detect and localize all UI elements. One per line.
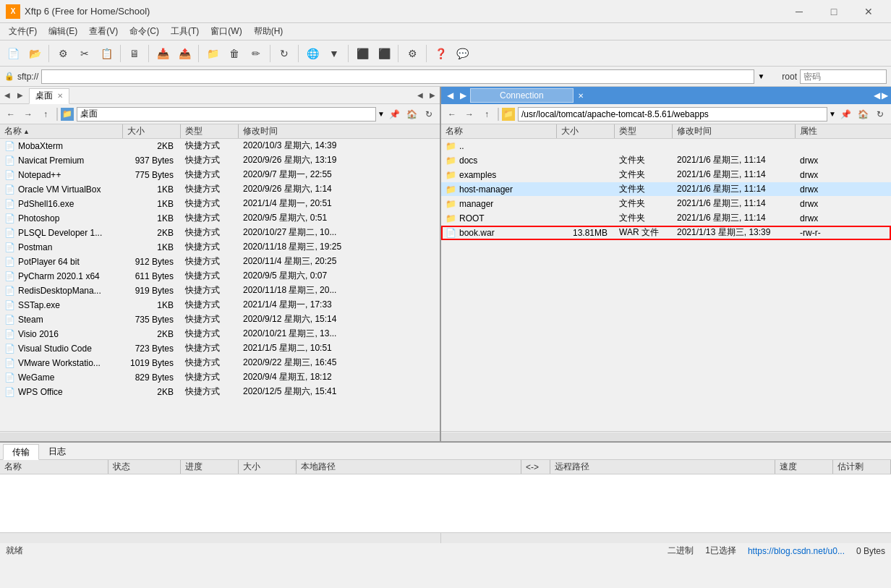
right-nav-next[interactable]: ▶ — [457, 90, 469, 101]
maximize-button[interactable]: □ — [817, 1, 850, 22]
toolbar-settings[interactable]: ⚙ — [402, 43, 422, 64]
right-file-list[interactable]: 📁.. 📁docs 文件夹 2021/1/6 星期三, 11:14 drwx 📁… — [441, 139, 891, 431]
list-item[interactable]: 📄VMware Workstatio... 1019 Bytes 快捷方式 20… — [0, 356, 440, 370]
right-hscroll-track[interactable] — [441, 433, 891, 441]
toolbar-refresh[interactable]: ↻ — [274, 43, 294, 64]
left-home[interactable]: 🏠 — [404, 106, 419, 122]
minimize-button[interactable]: ─ — [783, 1, 816, 22]
book-war-item[interactable]: 📄book.war 13.81MB WAR 文件 2021/1/13 星期三, … — [441, 226, 891, 240]
toolbar-btn7[interactable]: 📤 — [174, 43, 195, 64]
list-item[interactable]: 📁manager 文件夹 2021/1/6 星期三, 11:14 drwx — [441, 197, 891, 211]
right-scroll-left[interactable]: ◀ — [874, 90, 880, 101]
tab-log[interactable]: 日志 — [39, 443, 75, 459]
menu-help[interactable]: 帮助(H) — [248, 24, 289, 39]
list-item[interactable]: 📄Navicat Premium 937 Bytes 快捷方式 2020/9/2… — [0, 153, 440, 168]
list-item[interactable]: 📁ROOT 文件夹 2021/1/6 星期三, 11:14 drwx — [441, 211, 891, 226]
left-panel-tab[interactable]: 桌面 ✕ — [29, 88, 69, 104]
list-item[interactable]: 📄WPS Office 2KB 快捷方式 2020/12/5 星期六, 15:4… — [0, 385, 440, 399]
left-forward[interactable]: → — [20, 106, 36, 122]
list-item[interactable]: 📄PLSQL Developer 1... 2KB 快捷方式 2020/10/2… — [0, 226, 440, 240]
list-item[interactable]: 📁host-manager 文件夹 2021/1/6 星期三, 11:14 dr… — [441, 182, 891, 197]
right-back[interactable]: ← — [444, 106, 460, 122]
toolbar-btn8[interactable]: 📁 — [202, 43, 223, 64]
left-nav-left[interactable]: ◀ — [1, 90, 13, 101]
left-up[interactable]: ↑ — [38, 106, 54, 122]
list-item[interactable]: 📄WeGame 829 Bytes 快捷方式 2020/9/4 星期五, 18:… — [0, 370, 440, 385]
list-item[interactable]: 📄Steam 735 Bytes 快捷方式 2020/9/12 星期六, 15:… — [0, 312, 440, 327]
tab-transfer[interactable]: 传输 — [3, 444, 39, 460]
toolbar-connect[interactable]: ⬛ — [374, 43, 394, 64]
menu-edit[interactable]: 编辑(E) — [43, 24, 83, 39]
right-col-attr[interactable]: 属性 — [796, 124, 891, 138]
list-item[interactable]: 📄PotPlayer 64 bit 912 Bytes 快捷方式 2020/11… — [0, 255, 440, 269]
list-item[interactable]: 📄Notepad++ 775 Bytes 快捷方式 2020/9/7 星期一, … — [0, 168, 440, 182]
right-col-date[interactable]: 修改时间 — [673, 124, 796, 138]
left-hscroll[interactable] — [0, 431, 440, 441]
left-scroll-left[interactable]: ◀ — [414, 90, 426, 101]
list-item[interactable]: 📄Postman 1KB 快捷方式 2020/11/18 星期三, 19:25 — [0, 240, 440, 255]
toolbar-new[interactable]: 📄 — [3, 43, 23, 64]
right-col-size[interactable]: 大小 — [557, 124, 615, 138]
menu-window[interactable]: 窗口(W) — [205, 24, 247, 39]
left-refresh1[interactable]: 📌 — [386, 106, 402, 122]
password-input[interactable] — [800, 69, 887, 84]
left-path-dropdown[interactable]: ▼ — [378, 110, 385, 118]
left-refresh2[interactable]: ↻ — [421, 106, 437, 122]
left-col-size[interactable]: 大小 — [123, 124, 181, 138]
list-item[interactable]: 📄Visual Studio Code 723 Bytes 快捷方式 2021/… — [0, 341, 440, 356]
toolbar-btn5[interactable]: 📋 — [96, 43, 116, 64]
menu-file[interactable]: 文件(F) — [3, 24, 43, 39]
toolbar-btn10[interactable]: ✏ — [246, 43, 266, 64]
toolbar-open[interactable]: 📂 — [25, 43, 45, 64]
bottom-scroll-area[interactable] — [0, 532, 891, 542]
right-home[interactable]: 🏠 — [855, 106, 871, 122]
toolbar-globe[interactable]: 🌐 — [302, 43, 323, 64]
list-item[interactable]: 📄PdShell16.exe 1KB 快捷方式 2021/1/4 星期一, 20… — [0, 197, 440, 211]
right-hscroll[interactable] — [441, 431, 891, 441]
right-path-input[interactable] — [518, 107, 827, 122]
right-path-dropdown[interactable]: ▼ — [829, 110, 836, 118]
toolbar-stop[interactable]: ⬛ — [352, 43, 372, 64]
right-bottom-scroll[interactable] — [441, 533, 891, 543]
right-col-name[interactable]: 名称 — [441, 124, 557, 138]
address-dropdown[interactable]: ▼ — [757, 72, 764, 80]
menu-tools[interactable]: 工具(T) — [165, 24, 205, 39]
left-col-type[interactable]: 类型 — [181, 124, 239, 138]
toolbar-btn9[interactable]: 🗑 — [224, 43, 244, 64]
list-item[interactable]: 📄MobaXterm 2KB 快捷方式 2020/10/3 星期六, 14:39 — [0, 139, 440, 153]
left-bottom-scroll[interactable] — [0, 533, 441, 543]
left-hscroll-track[interactable] — [0, 433, 440, 441]
right-tab-label[interactable]: Connection — [470, 88, 574, 103]
list-item[interactable]: 📁examples 文件夹 2021/1/6 星期三, 11:14 drwx — [441, 168, 891, 182]
right-bookmark[interactable]: 📌 — [837, 106, 853, 122]
left-scroll-right[interactable]: ▶ — [427, 90, 438, 101]
close-button[interactable]: ✕ — [852, 1, 885, 22]
address-input[interactable] — [41, 69, 754, 84]
right-forward[interactable]: → — [461, 106, 477, 122]
list-item[interactable]: 📁docs 文件夹 2021/1/6 星期三, 11:14 drwx — [441, 153, 891, 168]
left-file-list[interactable]: 📄MobaXterm 2KB 快捷方式 2020/10/3 星期六, 14:39… — [0, 139, 440, 431]
list-item[interactable]: 📄SSTap.exe 1KB 快捷方式 2021/1/4 星期一, 17:33 — [0, 298, 440, 312]
right-refresh[interactable]: ↻ — [872, 106, 888, 122]
right-scroll-right[interactable]: ▶ — [882, 90, 888, 101]
toolbar-chat[interactable]: 💬 — [452, 43, 472, 64]
left-col-date[interactable]: 修改时间 — [239, 124, 440, 138]
toolbar-btn3[interactable]: ⚙ — [53, 43, 73, 64]
list-item[interactable]: 📄RedisDesktopMana... 919 Bytes 快捷方式 2020… — [0, 284, 440, 298]
list-item[interactable]: 📄Visio 2016 2KB 快捷方式 2020/10/21 星期三, 13.… — [0, 327, 440, 341]
left-tab-close[interactable]: ✕ — [57, 92, 63, 100]
right-tab-close[interactable]: ✕ — [578, 92, 584, 100]
left-path-input[interactable] — [77, 107, 376, 122]
left-col-name[interactable]: 名称 ▲ — [0, 124, 123, 138]
list-item[interactable]: 📄PyCharm 2020.1 x64 611 Bytes 快捷方式 2020/… — [0, 269, 440, 284]
left-nav-right[interactable]: ▶ — [14, 90, 26, 101]
right-up[interactable]: ↑ — [479, 106, 495, 122]
right-nav-prev[interactable]: ◀ — [444, 90, 456, 101]
list-item[interactable]: 📄Photoshop 1KB 快捷方式 2020/9/5 星期六, 0:51 — [0, 211, 440, 226]
menu-command[interactable]: 命令(C) — [124, 24, 165, 39]
right-col-type[interactable]: 类型 — [615, 124, 673, 138]
toolbar-btn4[interactable]: ✂ — [74, 43, 95, 64]
toolbar-help[interactable]: ❓ — [430, 43, 451, 64]
left-back[interactable]: ← — [3, 106, 19, 122]
menu-view[interactable]: 查看(V) — [83, 24, 124, 39]
